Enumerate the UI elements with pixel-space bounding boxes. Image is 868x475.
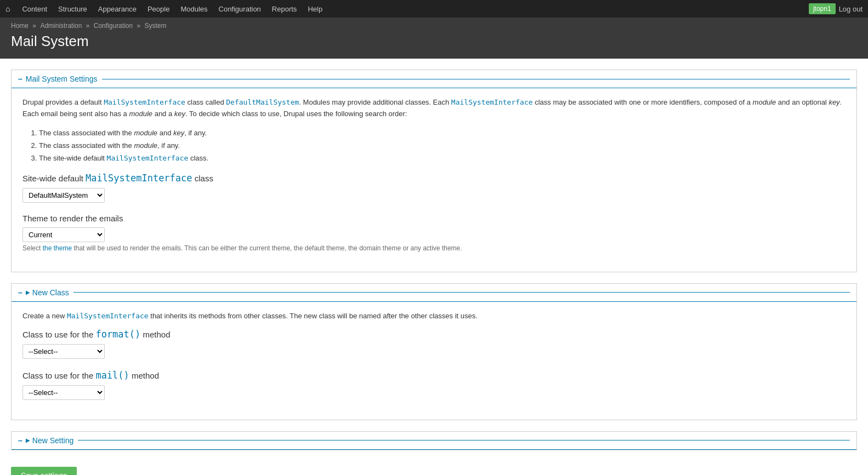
- mail-system-interface-link2[interactable]: MailSystemInterface: [451, 98, 533, 106]
- mail-system-interface-label-code: MailSystemInterface: [86, 173, 192, 184]
- section-header-line: [102, 79, 850, 79]
- mail-class-label: Class to use for the mail() method: [22, 370, 846, 381]
- format-class-group: Class to use for the format() method --S…: [22, 329, 846, 359]
- new-setting-header-line: [78, 440, 850, 440]
- nav-configuration[interactable]: Configuration: [213, 2, 266, 16]
- search-order-item-1: The class associated with the module and…: [39, 127, 846, 139]
- mail-system-settings-panel: – Mail System Settings Drupal provides a…: [11, 70, 857, 272]
- mail-system-interface-link3[interactable]: MailSystemInterface: [107, 154, 189, 162]
- mail-class-select[interactable]: --Select--: [22, 385, 105, 400]
- default-class-select[interactable]: DefaultMailSystem: [22, 188, 105, 203]
- theme-label: Theme to render the emails: [22, 214, 846, 223]
- new-class-toggle[interactable]: ▶: [26, 289, 30, 295]
- section-dash: –: [18, 75, 22, 83]
- new-class-dash: –: [18, 288, 22, 297]
- new-setting-panel: – ▶ New Setting: [11, 431, 857, 450]
- theme-select[interactable]: Current Default Domain Active: [22, 227, 105, 242]
- format-class-select[interactable]: --Select--: [22, 344, 105, 359]
- nav-modules[interactable]: Modules: [175, 2, 213, 16]
- breadcrumb-system[interactable]: System: [145, 22, 167, 30]
- theme-hint-link[interactable]: the theme: [43, 244, 72, 252]
- nav-structure[interactable]: Structure: [53, 2, 93, 16]
- mail-system-interface-link1[interactable]: MailSystemInterface: [104, 98, 185, 106]
- new-setting-dash: –: [18, 436, 22, 445]
- default-mail-system-link[interactable]: DefaultMailSystem: [226, 98, 299, 106]
- mail-code-label: mail(): [95, 370, 129, 381]
- nav-content[interactable]: Content: [16, 2, 53, 16]
- mail-system-settings-body: Drupal provides a default MailSystemInte…: [12, 88, 856, 272]
- nav-appearance[interactable]: Appearance: [93, 2, 142, 16]
- new-class-desc: Create a new MailSystemInterface that in…: [22, 311, 846, 322]
- mail-class-group: Class to use for the mail() method --Sel…: [22, 370, 846, 400]
- breadcrumb-home[interactable]: Home: [11, 22, 29, 30]
- breadcrumb-area: Home » Administration » Configuration » …: [0, 18, 868, 59]
- format-class-label: Class to use for the format() method: [22, 329, 846, 340]
- theme-group: Theme to render the emails Current Defau…: [22, 214, 846, 252]
- nav-reports[interactable]: Reports: [266, 2, 303, 16]
- nav-help[interactable]: Help: [302, 2, 328, 16]
- page-title: Mail System: [11, 33, 857, 50]
- breadcrumb-config[interactable]: Configuration: [94, 22, 133, 30]
- breadcrumb-admin[interactable]: Administration: [40, 22, 82, 30]
- nav-right: jtopn1 Log out: [809, 3, 863, 14]
- default-class-group: Site-wide default MailSystemInterface cl…: [22, 173, 846, 203]
- user-badge[interactable]: jtopn1: [809, 3, 836, 14]
- save-settings-button[interactable]: Save settings: [11, 467, 77, 475]
- new-class-interface-link[interactable]: MailSystemInterface: [67, 312, 149, 320]
- mail-system-desc: Drupal provides a default MailSystemInte…: [22, 97, 846, 120]
- new-class-header-line: [73, 292, 850, 293]
- search-order-item-2: The class associated with the module, if…: [39, 139, 846, 152]
- nav-people[interactable]: People: [142, 2, 175, 16]
- breadcrumb: Home » Administration » Configuration » …: [11, 22, 857, 30]
- new-class-title: New Class: [32, 288, 69, 297]
- logout-link[interactable]: Log out: [839, 5, 863, 13]
- search-order-list: The class associated with the module and…: [39, 127, 846, 165]
- top-navigation: ⌂ Content Structure Appearance People Mo…: [0, 0, 868, 18]
- nav-items: Content Structure Appearance People Modu…: [16, 2, 808, 16]
- mail-system-settings-header: – Mail System Settings: [12, 70, 856, 88]
- main-content: – Mail System Settings Drupal provides a…: [0, 59, 868, 475]
- new-class-body: Create a new MailSystemInterface that in…: [12, 302, 856, 420]
- new-setting-header: – ▶ New Setting: [12, 432, 856, 450]
- theme-hint: Select the theme that will be used to re…: [22, 244, 846, 252]
- new-setting-toggle[interactable]: ▶: [26, 437, 30, 443]
- new-class-header: – ▶ New Class: [12, 284, 856, 302]
- new-class-panel: – ▶ New Class Create a new MailSystemInt…: [11, 283, 857, 420]
- format-code-label: format(): [95, 329, 140, 340]
- search-order-item-3: The site-wide default MailSystemInterfac…: [39, 152, 846, 164]
- new-setting-title: New Setting: [32, 436, 73, 445]
- default-class-label: Site-wide default MailSystemInterface cl…: [22, 173, 846, 184]
- home-icon[interactable]: ⌂: [5, 4, 10, 13]
- mail-system-settings-title: Mail System Settings: [26, 75, 98, 83]
